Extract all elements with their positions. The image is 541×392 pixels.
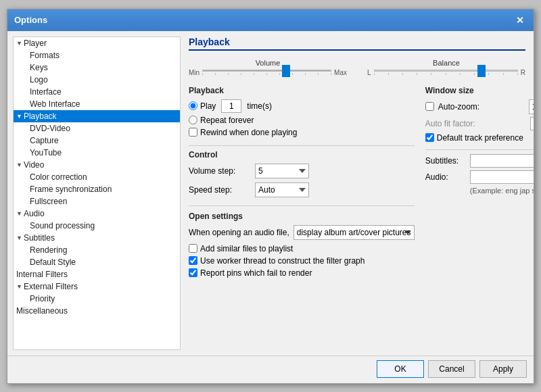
sidebar-item-label: Interface <box>30 87 62 97</box>
volume-track <box>202 70 331 72</box>
add-similar-checkbox[interactable] <box>189 244 197 253</box>
apply-button[interactable]: Apply <box>479 360 527 378</box>
sidebar-item-label: Playback <box>24 112 57 121</box>
volume-slider-container <box>202 70 331 75</box>
sidebar-item-label: Video <box>24 160 44 170</box>
sidebar-item-rendering[interactable]: Rendering <box>14 244 180 256</box>
sidebar-item-fullscreen[interactable]: Fullscreen <box>14 195 180 207</box>
sidebar-item-subtitles[interactable]: ▼ Subtitles <box>14 232 180 244</box>
balance-ticks <box>374 73 518 75</box>
close-button[interactable]: ✕ <box>513 14 527 27</box>
add-similar-row: Add similar files to playlist <box>189 244 415 253</box>
expand-arrow: ▼ <box>16 40 22 47</box>
times-input[interactable] <box>221 99 241 113</box>
default-track-label: Default track preference <box>437 133 523 143</box>
sidebar-item-interface[interactable]: Interface <box>14 86 180 98</box>
sidebar-item-label: DVD-Video <box>30 124 70 133</box>
l-label: L <box>367 69 371 76</box>
balance-section: Balance L <box>367 59 525 76</box>
playback-group: Playback Play time(s) Repeat forever <box>189 86 415 137</box>
rewind-label: Rewind when done playing <box>200 128 297 137</box>
window-size-label: Window size <box>425 86 534 95</box>
control-group: Control Volume step: 5 1 10 Speed step: <box>189 150 415 197</box>
subtitles-input[interactable] <box>470 154 534 168</box>
sidebar-item-default-style[interactable]: Default Style <box>14 256 180 268</box>
use-worker-label: Use worker thread to construct the filte… <box>200 256 364 266</box>
sidebar-item-label: Fullscreen <box>30 197 67 206</box>
sidebar-item-frame-sync[interactable]: Frame synchronization <box>14 183 180 195</box>
speed-step-label: Speed step: <box>189 185 250 195</box>
expand-arrow: ▼ <box>16 235 22 241</box>
sidebar-item-web-interface[interactable]: Web Interface <box>14 98 180 110</box>
auto-fit-label: Auto fit factor: <box>425 119 526 128</box>
sidebar-item-miscellaneous[interactable]: Miscellaneous <box>14 305 180 317</box>
sidebar-item-label: Rendering <box>30 245 67 255</box>
repeat-label: Repeat forever <box>200 116 254 125</box>
sidebar-item-youtube[interactable]: YouTube <box>14 147 180 159</box>
open-settings-label: Open settings <box>189 212 415 221</box>
sidebar-item-dvd-video[interactable]: DVD-Video <box>14 122 180 134</box>
rewind-checkbox[interactable] <box>189 128 197 137</box>
sidebar-item-sound-processing[interactable]: Sound processing <box>14 220 180 232</box>
divider-2 <box>189 205 415 206</box>
balance-label: Balance <box>367 59 525 67</box>
sidebar-item-color-correction[interactable]: Color correction <box>14 171 180 183</box>
sidebar-item-label: Audio <box>24 209 45 218</box>
options-dialog: Options ✕ ▼ Player Formats Keys Logo Int… <box>7 9 534 384</box>
audio-input[interactable] <box>470 170 534 184</box>
right-column: Window size Auto-zoom: 100% 50% 200% Aut <box>425 86 534 280</box>
ok-button[interactable]: OK <box>377 360 424 378</box>
section-title: Playback <box>189 36 525 51</box>
playback-subsection-label: Playback <box>189 86 415 95</box>
sidebar-item-audio[interactable]: ▼ Audio <box>14 207 180 220</box>
repeat-radio[interactable] <box>189 116 197 124</box>
balance-thumb[interactable] <box>477 65 486 77</box>
sidebar-item-label: Priority <box>30 294 55 303</box>
example-text: (Example: eng jap swe) <box>470 187 534 195</box>
cancel-button[interactable]: Cancel <box>428 360 475 378</box>
sidebar-item-label: Formats <box>30 51 60 60</box>
use-worker-checkbox[interactable] <box>189 256 197 265</box>
sidebar-item-video[interactable]: ▼ Video <box>14 159 180 171</box>
subtitles-label: Subtitles: <box>425 156 466 166</box>
auto-zoom-dropdown[interactable]: 100% 50% 200% <box>529 99 534 114</box>
sidebar-item-label: Logo <box>30 75 48 84</box>
divider-1 <box>189 145 415 146</box>
open-settings-section: Open settings When opening an audio file… <box>189 212 415 278</box>
sidebar-item-external-filters[interactable]: ▼ External Filters <box>14 280 180 293</box>
volume-step-dropdown[interactable]: 5 1 10 <box>255 164 309 178</box>
speed-step-row: Speed step: Auto 0.1 0.5 1.0 <box>189 182 415 197</box>
auto-zoom-checkbox[interactable] <box>425 102 434 111</box>
r-label: R <box>521 69 525 76</box>
rewind-check-row: Rewind when done playing <box>189 128 415 137</box>
sidebar-item-formats[interactable]: Formats <box>14 49 180 62</box>
auto-fit-input[interactable] <box>530 117 534 130</box>
default-track-checkbox[interactable] <box>425 133 434 142</box>
expand-arrow: ▼ <box>16 113 22 120</box>
subtitles-section: Subtitles: Audio: (Example: eng jap swe) <box>425 154 534 195</box>
balance-track <box>374 70 518 72</box>
sidebar-item-logo[interactable]: Logo <box>14 74 180 86</box>
play-label: Play <box>200 101 216 111</box>
report-pins-checkbox[interactable] <box>189 268 197 277</box>
sidebar-item-keys[interactable]: Keys <box>14 62 180 74</box>
play-radio[interactable] <box>189 101 197 110</box>
sidebar-item-label: YouTube <box>30 148 62 157</box>
volume-thumb[interactable] <box>282 65 290 77</box>
sidebar-item-playback[interactable]: ▼ Playback <box>14 110 180 122</box>
expand-arrow: ▼ <box>16 210 22 217</box>
sidebar-item-internal-filters[interactable]: Internal Filters <box>14 268 180 280</box>
sidebar-item-capture[interactable]: Capture <box>14 134 180 147</box>
sidebar-item-priority[interactable]: Priority <box>14 293 180 305</box>
expand-arrow: ▼ <box>16 162 22 168</box>
sidebar-item-player[interactable]: ▼ Player <box>14 37 180 49</box>
auto-zoom-row: Auto-zoom: 100% 50% 200% <box>425 99 534 114</box>
speed-step-dropdown[interactable]: Auto 0.1 0.5 1.0 <box>255 182 309 197</box>
when-opening-dropdown[interactable]: display album art/cover pictures do noth… <box>293 225 415 240</box>
divider-3 <box>425 149 534 150</box>
sidebar-item-label: Keys <box>30 63 48 72</box>
volume-slider-row: Min <box>189 69 347 76</box>
add-similar-label: Add similar files to playlist <box>200 244 293 253</box>
sidebar-item-label: Miscellaneous <box>16 306 68 316</box>
sidebar-item-label: External Filters <box>24 282 78 291</box>
